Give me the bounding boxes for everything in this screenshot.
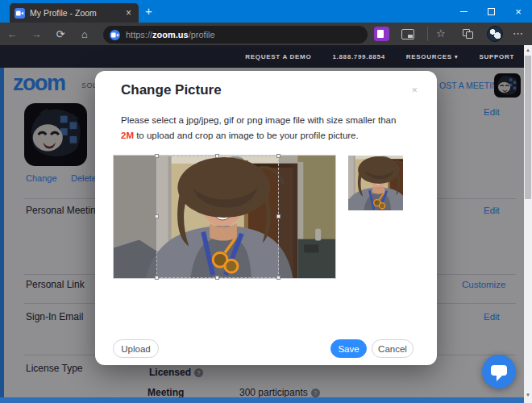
crop-dim-right <box>279 156 335 278</box>
cancel-button[interactable]: Cancel <box>372 339 414 358</box>
maximize-button[interactable] <box>477 0 505 23</box>
extension-icon[interactable] <box>374 27 389 41</box>
scrollbar-thumb[interactable] <box>525 56 531 199</box>
site-top-nav: REQUEST A DEMO 1.888.799.8854 RESOURCES … <box>0 45 532 68</box>
forward-button[interactable]: → <box>24 28 48 40</box>
save-button[interactable]: Save <box>330 339 367 358</box>
crop-selection[interactable] <box>156 156 279 278</box>
close-window-button[interactable]: × <box>505 0 532 23</box>
crop-handle-se[interactable] <box>276 276 281 280</box>
nav-support[interactable]: SUPPORT <box>479 53 514 60</box>
home-button[interactable]: ⌂ <box>73 28 97 40</box>
browser-window: My Profile - Zoom × + × ← → ⟳ ⌂ https://… <box>0 0 532 403</box>
crop-dim-left <box>114 156 156 278</box>
nav-request-demo[interactable]: REQUEST A DEMO <box>245 53 311 60</box>
chat-widget-button[interactable] <box>482 355 516 388</box>
site-favicon-icon <box>110 30 120 40</box>
crop-handle-ne[interactable] <box>276 154 281 158</box>
nav-phone[interactable]: 1.888.799.8854 <box>332 53 384 60</box>
crop-canvas[interactable] <box>113 155 336 279</box>
toolbar-divider <box>427 27 428 41</box>
crop-handle-sw[interactable] <box>155 276 159 280</box>
favorites-icon[interactable]: ☆ <box>436 27 446 39</box>
change-picture-modal: Change Picture × Please select a jpg/jpe… <box>95 71 437 365</box>
refresh-button[interactable]: ⟳ <box>48 28 73 40</box>
scroll-up-icon[interactable]: ▲ <box>524 45 532 55</box>
zoom-favicon-icon <box>15 8 25 19</box>
tab-close-icon[interactable]: × <box>123 7 134 19</box>
crop-handle-n[interactable] <box>215 154 219 158</box>
minimize-icon <box>460 11 468 12</box>
modal-title: Change Picture <box>121 82 222 98</box>
crop-preview <box>348 156 403 210</box>
modal-description: Please select a jpg/jpeg, gif or png ima… <box>121 113 409 143</box>
url-text: https://zoom.us/profile <box>126 30 215 39</box>
picture-in-picture-icon[interactable] <box>401 29 414 39</box>
collections-icon[interactable] <box>463 29 473 39</box>
address-bar[interactable]: https://zoom.us/profile <box>103 26 368 44</box>
window-titlebar[interactable]: My Profile - Zoom × + × <box>0 0 532 23</box>
crop-handle-e[interactable] <box>276 214 281 218</box>
new-tab-button[interactable]: + <box>145 4 152 19</box>
crop-handle-s[interactable] <box>215 276 219 280</box>
upload-button[interactable]: Upload <box>113 339 159 358</box>
browser-menu-icon[interactable]: ⋯ <box>513 27 523 39</box>
tab-title: My Profile - Zoom <box>30 8 123 18</box>
bottom-bar <box>0 397 524 403</box>
crop-handle-w[interactable] <box>155 214 159 218</box>
minimize-button[interactable] <box>450 0 477 23</box>
back-button[interactable]: ← <box>0 28 24 40</box>
nav-resources[interactable]: RESOURCES ▾ <box>406 53 459 60</box>
crop-handle-nw[interactable] <box>155 154 159 158</box>
size-limit: 2M <box>121 131 134 140</box>
maximize-icon <box>488 8 495 15</box>
browser-tab[interactable]: My Profile - Zoom × <box>10 3 139 23</box>
scroll-down-icon[interactable]: ▼ <box>524 390 532 400</box>
profile-avatar-icon[interactable] <box>487 26 503 42</box>
modal-close-icon[interactable]: × <box>411 84 418 96</box>
chat-bubble-tail <box>497 375 503 381</box>
page-scrollbar[interactable]: ▲ ▼ <box>524 45 532 403</box>
